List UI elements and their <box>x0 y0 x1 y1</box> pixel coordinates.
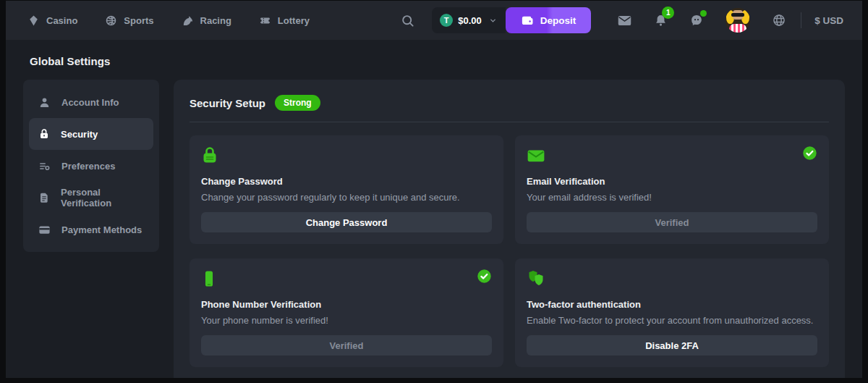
sidebar-item-account-info[interactable]: Account Info <box>29 86 153 118</box>
disable-2fa-button[interactable]: Disable 2FA <box>527 335 817 355</box>
phone-verified-button[interactable]: Verified <box>201 335 492 355</box>
sidebar-item-preferences[interactable]: Preferences <box>29 150 153 182</box>
envelope-icon <box>527 146 817 165</box>
app-screen: Casino Sports Racing Lottery <box>6 1 862 378</box>
racing-icon <box>182 14 194 27</box>
globe-icon <box>772 13 786 28</box>
card-phone-verification: Phone Number Verification Your phone num… <box>190 258 503 367</box>
security-panel: Security Setup Strong Change Password Ch… <box>174 80 845 378</box>
strength-badge: Strong <box>275 95 320 111</box>
user-avatar[interactable] <box>726 8 750 33</box>
settings-page: Global Settings Account Info Security <box>6 55 862 378</box>
card-title: Two-factor authentication <box>527 299 817 310</box>
chat-button[interactable] <box>689 13 704 28</box>
tether-icon: T <box>440 14 453 27</box>
verified-check-icon <box>802 146 817 161</box>
lock-icon <box>38 128 50 140</box>
card-description: Your email address is verified! <box>527 192 817 203</box>
double-shield-icon <box>527 269 817 288</box>
nav-item-lottery[interactable]: Lottery <box>259 14 310 27</box>
casino-icon <box>27 14 40 27</box>
messages-button[interactable] <box>617 13 632 28</box>
notification-badge: 1 <box>662 7 674 19</box>
nav-label: Racing <box>200 15 231 26</box>
security-cards: Change Password Change your password reg… <box>190 135 829 367</box>
top-navbar: Casino Sports Racing Lottery <box>6 1 862 40</box>
notifications-button[interactable]: 1 <box>654 14 668 28</box>
sidebar-item-personal-verification[interactable]: Personal Verification <box>29 182 153 214</box>
email-verified-button[interactable]: Verified <box>527 212 817 232</box>
divider <box>801 12 801 28</box>
verified-check-icon <box>477 269 492 284</box>
sidebar-item-label: Personal Verification <box>61 187 144 209</box>
sliders-icon <box>38 160 51 172</box>
sidebar-item-payment-methods[interactable]: Payment Methods <box>29 214 153 245</box>
mail-icon <box>617 13 632 28</box>
sidebar-item-label: Payment Methods <box>61 224 142 235</box>
sidebar-item-label: Account Info <box>61 97 119 108</box>
card-description: Enable Two-factor to protect your accoun… <box>527 315 817 326</box>
wallet-icon <box>521 14 534 27</box>
nav-label: Casino <box>46 15 77 26</box>
divider <box>190 122 829 122</box>
card-description: Your phone number is verified! <box>201 315 492 326</box>
settings-sidebar: Account Info Security Preferences <box>23 80 159 252</box>
nav-label: Sports <box>124 15 153 26</box>
language-button[interactable] <box>772 13 786 28</box>
balance-dropdown[interactable]: T $0.00 <box>432 7 506 33</box>
panel-header: Security Setup Strong <box>190 95 829 111</box>
sports-icon <box>105 14 117 27</box>
deposit-label: Deposit <box>540 15 576 26</box>
primary-nav: Casino Sports Racing Lottery <box>27 14 310 27</box>
search-icon <box>401 14 414 28</box>
nav-label: Lottery <box>278 15 310 26</box>
chevron-down-icon <box>489 17 497 25</box>
document-icon <box>38 192 50 203</box>
online-status-dot <box>700 10 707 17</box>
avatar-art <box>731 13 744 17</box>
card-description: Change your password regularly to keep i… <box>201 192 492 203</box>
nav-item-casino[interactable]: Casino <box>27 14 77 27</box>
sidebar-item-security[interactable]: Security <box>29 118 153 150</box>
sidebar-item-label: Security <box>61 129 98 140</box>
wallet-group: T $0.00 Deposit <box>432 7 591 33</box>
person-icon <box>38 96 51 109</box>
card-title: Phone Number Verification <box>201 299 492 310</box>
credit-card-icon <box>38 224 51 236</box>
nav-right-cluster: T $0.00 Deposit <box>401 7 843 33</box>
panel-title: Security Setup <box>190 97 265 109</box>
balance-amount: $0.00 <box>458 15 482 26</box>
card-email-verification: Email Verification Your email address is… <box>515 135 829 244</box>
settings-layout: Account Info Security Preferences <box>23 80 845 378</box>
card-change-password: Change Password Change your password reg… <box>190 135 503 244</box>
search-button[interactable] <box>401 14 414 28</box>
lottery-icon <box>259 14 271 27</box>
card-two-factor: Two-factor authentication Enable Two-fac… <box>515 258 829 367</box>
app-frame: Casino Sports Racing Lottery <box>0 0 868 383</box>
card-title: Change Password <box>201 176 492 187</box>
smartphone-icon <box>201 269 492 288</box>
padlock-icon <box>201 146 492 165</box>
avatar-art <box>729 24 746 33</box>
change-password-button[interactable]: Change Password <box>201 212 492 232</box>
sidebar-item-label: Preferences <box>61 161 115 172</box>
nav-utility-icons: 1 <box>617 8 786 33</box>
page-title: Global Settings <box>30 55 845 67</box>
deposit-button[interactable]: Deposit <box>506 7 592 33</box>
card-title: Email Verification <box>527 176 817 187</box>
currency-selector[interactable]: $ USD <box>814 15 843 26</box>
nav-item-racing[interactable]: Racing <box>182 14 231 27</box>
nav-item-sports[interactable]: Sports <box>105 14 153 27</box>
